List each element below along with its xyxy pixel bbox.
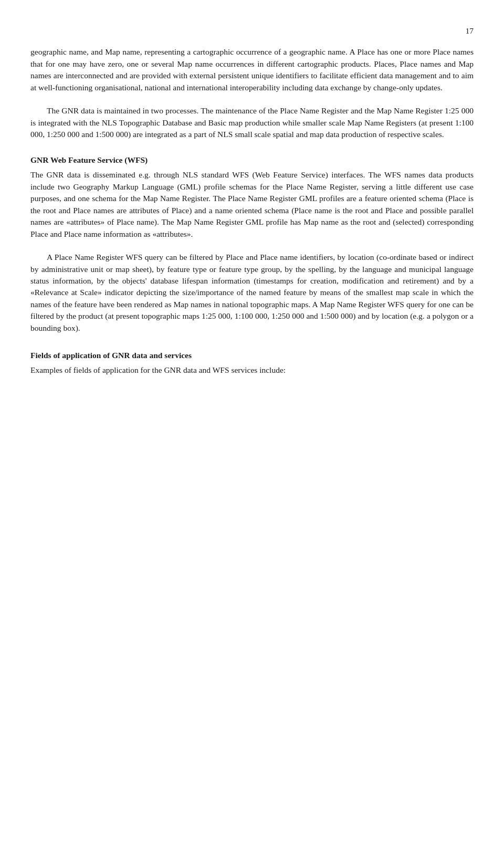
page: 17 geographic name, and Map name, repres…: [0, 0, 504, 859]
intro-paragraph-2: The GNR data is maintained in two proces…: [30, 105, 474, 140]
gnr-section-title: GNR Web Feature Service (WFS): [30, 155, 148, 164]
fields-section-title: Fields of application of GNR data and se…: [30, 351, 192, 360]
intro-paragraph: geographic name, and Map name, represent…: [30, 46, 474, 93]
gnr-body-1: The GNR data is disseminated e.g. throug…: [30, 169, 474, 240]
page-number: 17: [30, 25, 474, 37]
fields-body: Examples of fields of application for th…: [30, 364, 474, 376]
gnr-body-2: A Place Name Register WFS query can be f…: [30, 252, 474, 334]
